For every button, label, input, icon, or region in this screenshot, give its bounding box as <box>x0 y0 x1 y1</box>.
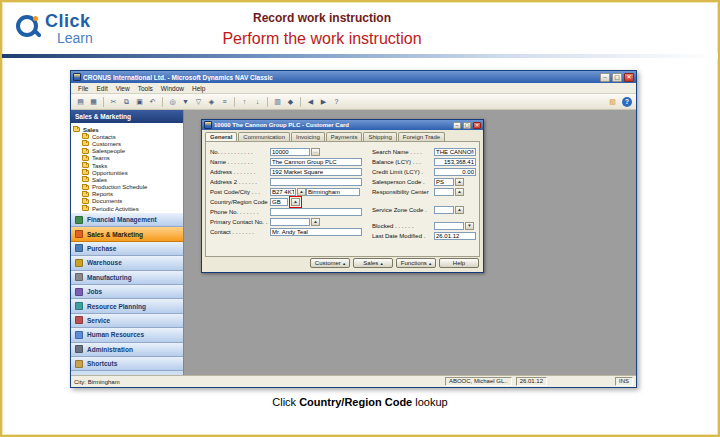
blocked-input[interactable] <box>434 222 464 230</box>
address-2-input[interactable] <box>270 178 362 186</box>
tree-item-reports[interactable]: Reports <box>73 191 181 198</box>
sort-descending-icon[interactable]: ↓ <box>252 96 263 107</box>
previous-icon[interactable]: ◀ <box>305 96 316 107</box>
dialog-titlebar[interactable]: 10000 The Cannon Group PLC - Customer Ca… <box>202 120 483 130</box>
export-icon[interactable]: ▧ <box>607 96 618 107</box>
responsibility-center-input[interactable] <box>434 188 454 196</box>
customer-menu-button[interactable]: Customer▴ <box>310 258 350 268</box>
toolbar-separator <box>103 97 104 107</box>
assist-edit-button[interactable]: … <box>311 148 320 156</box>
dialog-minimize-button[interactable]: – <box>453 122 461 129</box>
primary-contact-lookup-button[interactable]: ▲ <box>311 218 320 226</box>
tree-item-label: Sales <box>83 127 99 133</box>
copy-icon[interactable]: ⧉ <box>121 96 132 107</box>
no-input[interactable] <box>270 148 310 156</box>
service-zone-code-lookup-button[interactable]: ▲ <box>455 206 464 214</box>
dialog-close-button[interactable]: ✕ <box>473 122 481 129</box>
print-icon[interactable]: ▦ <box>88 96 99 107</box>
tree-item-periodic-activities[interactable]: Periodic Activities <box>73 205 181 212</box>
tab-payments[interactable]: Payments <box>326 132 363 141</box>
tree-item-salespeople[interactable]: Salespeople <box>73 148 181 155</box>
app-titlebar[interactable]: CRONUS International Ltd. - Microsoft Dy… <box>71 71 636 83</box>
salesperson-code-lookup-button[interactable]: ▲ <box>455 178 464 186</box>
help-circle-icon[interactable]: ? <box>622 97 632 107</box>
country-region-code-input[interactable] <box>270 198 288 206</box>
menu-edit[interactable]: Edit <box>92 85 111 92</box>
nav-sales-marketing[interactable]: Sales & Marketing <box>71 227 183 241</box>
sort-ascending-icon[interactable]: ↑ <box>239 96 250 107</box>
tree-item-production-schedule[interactable]: Production Schedule <box>73 184 181 191</box>
credit-limit-lcy-input[interactable] <box>434 168 476 176</box>
salesperson-code-input[interactable] <box>434 178 454 186</box>
menu-tools[interactable]: Tools <box>134 85 157 92</box>
table-filter-icon[interactable]: ▽ <box>193 96 204 107</box>
help-button[interactable]: Help <box>439 258 479 268</box>
contact-input[interactable] <box>270 228 362 236</box>
menu-file[interactable]: File <box>74 85 92 92</box>
flow-filter-icon[interactable]: ◈ <box>206 96 217 107</box>
tree-item-opportunities[interactable]: Opportunities <box>73 169 181 176</box>
post-code-lookup-button[interactable]: ▲ <box>297 188 306 196</box>
primary-contact-no-input[interactable] <box>270 218 310 226</box>
nav-service[interactable]: Service <box>71 314 183 328</box>
tree-item-sales[interactable]: Sales <box>73 126 181 133</box>
country-region-code-lookup-button[interactable]: ▲ <box>291 198 300 206</box>
nav-purchase[interactable]: Purchase <box>71 242 183 256</box>
tree-item-contacts[interactable]: Contacts <box>73 133 181 140</box>
tab-invoicing[interactable]: Invoicing <box>291 132 325 141</box>
nav-resource-planning[interactable]: Resource Planning <box>71 299 183 313</box>
find-icon[interactable]: ◎ <box>167 96 178 107</box>
tab-communication[interactable]: Communication <box>238 132 290 141</box>
responsibility-center-lookup-button[interactable]: ▲ <box>455 188 464 196</box>
tree-item-documents[interactable]: Documents <box>73 198 181 205</box>
header-divider <box>2 54 718 58</box>
tab-general[interactable]: General <box>205 132 237 141</box>
nav-financial-management[interactable]: Financial Management <box>71 213 183 227</box>
undo-icon[interactable]: ↶ <box>147 96 158 107</box>
menu-help[interactable]: Help <box>188 85 209 92</box>
nav-administration[interactable]: Administration <box>71 343 183 357</box>
nav-human-resources[interactable]: Human Resources <box>71 328 183 342</box>
tab-shipping[interactable]: Shipping <box>363 132 396 141</box>
nav-manufacturing[interactable]: Manufacturing <box>71 271 183 285</box>
navigate-icon[interactable]: ◆ <box>285 96 296 107</box>
last-date-modified-input[interactable] <box>434 232 476 240</box>
address-input[interactable] <box>270 168 362 176</box>
blocked-dropdown-button[interactable]: ▼ <box>465 222 474 230</box>
functions-menu-button[interactable]: Functions▴ <box>396 258 436 268</box>
search-name-input[interactable] <box>434 148 476 156</box>
form-icon <box>204 121 212 129</box>
tree-item-sales-2[interactable]: Sales <box>73 176 181 183</box>
tab-foreign-trade[interactable]: Foreign Trade <box>398 132 445 141</box>
nav-warehouse[interactable]: Warehouse <box>71 256 183 270</box>
new-icon[interactable]: ▤ <box>75 96 86 107</box>
phone-no-input[interactable] <box>270 208 362 216</box>
city-input[interactable] <box>306 188 360 196</box>
tree-item-customers[interactable]: Customers <box>73 140 181 147</box>
nav-shortcuts[interactable]: Shortcuts <box>71 357 183 371</box>
menu-view[interactable]: View <box>112 85 134 92</box>
field-filter-icon[interactable]: ▼ <box>180 96 191 107</box>
tree-item-teams[interactable]: Teams <box>73 155 181 162</box>
folder-icon <box>82 156 89 161</box>
name-input[interactable] <box>270 158 362 166</box>
list-icon[interactable]: ▥ <box>272 96 283 107</box>
service-zone-code-input[interactable] <box>434 206 454 214</box>
minimize-button[interactable]: – <box>600 73 610 82</box>
balance-lcy-input[interactable] <box>434 158 476 166</box>
post-code-input[interactable] <box>270 188 296 196</box>
help-icon[interactable]: ? <box>331 96 342 107</box>
menu-window[interactable]: Window <box>157 85 188 92</box>
cut-icon[interactable]: ✂ <box>108 96 119 107</box>
show-all-icon[interactable]: ≡ <box>219 96 230 107</box>
next-icon[interactable]: ▶ <box>318 96 329 107</box>
dialog-maximize-button[interactable]: ▢ <box>463 122 471 129</box>
nav-jobs[interactable]: Jobs <box>71 285 183 299</box>
paste-icon[interactable]: ▣ <box>134 96 145 107</box>
sales-menu-button[interactable]: Sales▴ <box>353 258 393 268</box>
field-label: Contact . . . . . . . <box>210 229 270 235</box>
maximize-button[interactable]: ▢ <box>612 73 622 82</box>
tree-item-tasks[interactable]: Tasks <box>73 162 181 169</box>
jobs-icon <box>75 288 83 296</box>
close-button[interactable]: ✕ <box>624 73 634 82</box>
